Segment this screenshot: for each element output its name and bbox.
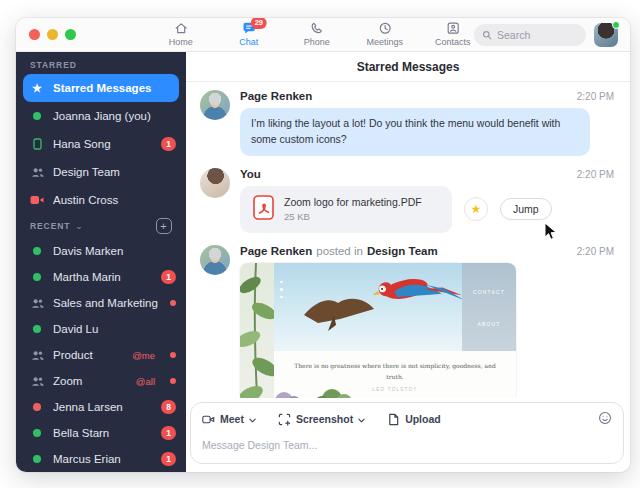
- emoji-picker-button[interactable]: [598, 411, 612, 427]
- message-row: Page Renken posted in Design Team 2:20 P…: [200, 245, 614, 399]
- message-row: You 2:20 PM Zoom logo for marketing.PDF: [200, 168, 614, 233]
- zoom-window-button[interactable]: [65, 29, 76, 40]
- search-icon: [482, 30, 492, 40]
- action-text: posted in: [316, 245, 363, 257]
- upload-button[interactable]: Upload: [387, 413, 441, 426]
- sidebar-item-davis-marken[interactable]: Davis Marken: [16, 238, 186, 264]
- sidebar-item-sales-and-marketing[interactable]: Sales and Marketing: [16, 290, 186, 316]
- mention-badge: @all: [136, 376, 155, 387]
- sidebar-item-label: Bella Starn: [53, 427, 109, 439]
- sidebar-item-label: Product: [53, 349, 93, 361]
- minimize-window-button[interactable]: [47, 29, 58, 40]
- message-input[interactable]: [202, 439, 612, 451]
- unread-badge: 1: [161, 426, 176, 440]
- message-timestamp: 2:20 PM: [577, 246, 614, 257]
- sidebar-item-david-lu[interactable]: David Lu: [16, 316, 186, 342]
- video-camera-icon: [202, 413, 215, 426]
- emoji-smiley-icon: [598, 411, 612, 425]
- search-input[interactable]: [497, 29, 577, 41]
- meet-button[interactable]: Meet: [202, 413, 256, 426]
- avatar: [200, 168, 230, 198]
- unread-dot: [170, 352, 176, 358]
- file-attachment-card[interactable]: Zoom logo for marketing.PDF 25 KB: [240, 186, 452, 233]
- chevron-down-icon[interactable]: [358, 413, 365, 425]
- profile-avatar[interactable]: [594, 23, 618, 47]
- screenshot-button[interactable]: Screenshot: [278, 413, 365, 426]
- starred-section-header: STARRED: [16, 56, 186, 74]
- title-bar: Home Chat 29 Phone Meetings: [16, 18, 630, 52]
- shared-image-attachment[interactable]: CONTACT ABOUT There is no greatness wher…: [240, 263, 516, 399]
- sidebar-item-martha-marin[interactable]: Martha Marin 1: [16, 264, 186, 290]
- page-title: Starred Messages: [357, 60, 460, 74]
- sidebar-item-label: Zoom: [53, 375, 82, 387]
- chat-sidebar: STARRED ★ Starred Messages Joanna Jiang …: [16, 52, 186, 472]
- sidebar-item-marcus-erian[interactable]: Marcus Erian 1: [16, 446, 186, 472]
- tab-home[interactable]: Home: [159, 21, 203, 47]
- tab-label: Home: [169, 37, 193, 47]
- message-timestamp: 2:20 PM: [577, 169, 614, 180]
- message-composer[interactable]: Meet Screenshot Upload: [190, 402, 624, 464]
- sidebar-item-label: Austin Cross: [53, 194, 118, 206]
- sidebar-item-label: Joanna Jiang (you): [53, 110, 151, 122]
- sidebar-item-product[interactable]: Product @me: [16, 342, 186, 368]
- sidebar-item-starred-messages[interactable]: ★ Starred Messages: [23, 74, 179, 102]
- chat-main-panel: Starred Messages Page Renken 2:20 PM I’m…: [186, 52, 630, 472]
- jump-button[interactable]: Jump: [500, 198, 552, 220]
- chevron-down-icon[interactable]: [249, 413, 256, 425]
- message-list[interactable]: Page Renken 2:20 PM I’m liking the layou…: [186, 82, 630, 398]
- tab-label: Phone: [304, 37, 330, 47]
- add-chat-button[interactable]: +: [156, 218, 172, 234]
- tab-contacts[interactable]: Contacts: [431, 21, 475, 47]
- chat-header: Starred Messages: [186, 52, 630, 82]
- group-icon: [31, 349, 44, 362]
- sidebar-item-hana-song[interactable]: Hana Song 1: [16, 130, 186, 158]
- sidebar-item-austin-cross[interactable]: Austin Cross: [16, 186, 186, 214]
- home-icon: [173, 21, 188, 36]
- recent-section-header[interactable]: RECENT ⌄ +: [16, 214, 186, 238]
- sidebar-item-label: Marcus Erian: [53, 453, 121, 465]
- phone-icon: [309, 21, 324, 36]
- star-icon: ★: [471, 202, 482, 216]
- tab-label: Contacts: [435, 37, 471, 47]
- group-icon: [31, 375, 44, 388]
- channel-name: Design Team: [367, 245, 438, 257]
- sidebar-item-design-team[interactable]: Design Team: [16, 158, 186, 186]
- nav-link: ABOUT: [477, 321, 500, 327]
- sidebar-item-jenna-larsen[interactable]: Jenna Larsen 8: [16, 394, 186, 420]
- group-icon: [31, 297, 44, 310]
- tab-label: Meetings: [366, 37, 403, 47]
- unread-badge: 1: [161, 270, 176, 284]
- online-status-icon: [33, 247, 41, 255]
- tab-label: Chat: [239, 37, 258, 47]
- star-icon: ★: [30, 82, 44, 95]
- sidebar-item-label: Davis Marken: [53, 245, 123, 257]
- tab-meetings[interactable]: Meetings: [363, 21, 407, 47]
- close-window-button[interactable]: [29, 29, 40, 40]
- mention-badge: @me: [132, 350, 155, 361]
- online-status-icon: [33, 429, 41, 437]
- avatar: [200, 245, 230, 275]
- sidebar-item-bella-starn[interactable]: Bella Starn 1: [16, 420, 186, 446]
- sidebar-item-label: Hana Song: [53, 138, 111, 150]
- search-box[interactable]: [474, 24, 586, 46]
- busy-status-icon: [33, 403, 41, 411]
- sidebar-item-joanna-jiang[interactable]: Joanna Jiang (you): [16, 102, 186, 130]
- screenshot-icon: [278, 413, 291, 426]
- sidebar-item-label: Design Team: [53, 166, 120, 178]
- tab-chat[interactable]: Chat 29: [227, 21, 271, 47]
- online-status-icon: [33, 325, 41, 333]
- sidebar-item-label: Sales and Marketing: [53, 297, 158, 309]
- message-row: Page Renken 2:20 PM I’m liking the layou…: [200, 90, 614, 156]
- file-name: Zoom logo for marketing.PDF: [284, 196, 422, 208]
- in-meeting-icon: [30, 195, 44, 205]
- sidebar-item-label: Martha Marin: [53, 271, 121, 283]
- starred-toggle-button[interactable]: ★: [464, 197, 488, 221]
- online-status-icon: [33, 112, 41, 120]
- carousel-dots: [280, 281, 283, 299]
- contacts-icon: [445, 21, 460, 36]
- message-bubble: I’m liking the layout a lot! Do you thin…: [240, 108, 590, 156]
- sidebar-item-zoom[interactable]: Zoom @all: [16, 368, 186, 394]
- main-nav-tabs: Home Chat 29 Phone Meetings: [159, 21, 475, 47]
- sidebar-item-label: David Lu: [53, 323, 98, 335]
- tab-phone[interactable]: Phone: [295, 21, 339, 47]
